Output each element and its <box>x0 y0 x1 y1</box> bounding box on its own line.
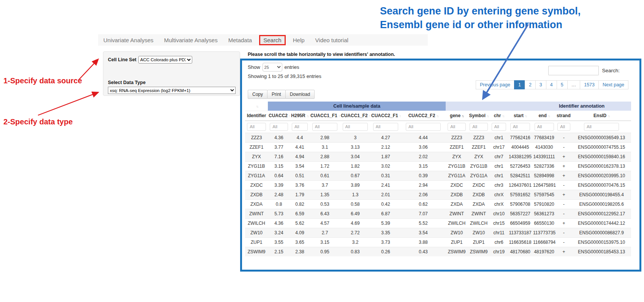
pagination-page-5[interactable]: 5 <box>557 80 568 89</box>
column-header-h295r[interactable]: H295R <box>290 111 310 121</box>
cell-line-set-label: Cell Line Set <box>108 57 136 62</box>
sort-icon[interactable] <box>608 114 609 118</box>
sort-icon[interactable] <box>525 114 527 118</box>
column-filter-input-gene[interactable] <box>448 123 466 131</box>
sort-icon[interactable] <box>436 114 438 118</box>
pagination-page-3[interactable]: 3 <box>535 80 546 89</box>
table-cell: 0.51 <box>290 171 310 180</box>
table-cell: 4.69 <box>340 218 370 228</box>
sort-icon[interactable] <box>487 114 489 118</box>
table-cell: 143391111 <box>532 152 556 161</box>
column-filter-input-h295r[interactable] <box>292 123 308 131</box>
column-header-gene[interactable]: gene <box>446 111 468 121</box>
sort-icon[interactable] <box>256 105 258 108</box>
table-row: ZXDC3.393.763.73.892.412.94ZXDCZXDCchr31… <box>245 180 631 190</box>
table-cell: 0.83 <box>340 247 370 256</box>
column-header-cuacc1-f2[interactable]: CUACC1_F2 <box>340 111 370 121</box>
table-cell: ZXDA <box>245 199 268 209</box>
nav-item-univariate-analyses[interactable]: Univariate Analyses <box>98 37 159 43</box>
length-menu-show-label: Show <box>248 64 260 70</box>
pagination-previous[interactable]: Previous page <box>476 80 514 89</box>
cell-line-set-select[interactable]: ACC Colorado plus PDX <box>138 56 192 64</box>
nav-item-video-tutorial[interactable]: Video tutorial <box>310 37 354 43</box>
table-cell: 113773735 <box>532 228 556 237</box>
table-cell: 3.06 <box>401 142 446 152</box>
column-header-chr[interactable]: chr <box>490 111 508 121</box>
column-filter-input-end[interactable] <box>535 123 554 131</box>
sort-icon[interactable] <box>339 114 340 118</box>
table-cell: ENSG00000086827.9 <box>572 228 631 237</box>
table-cell: - <box>556 228 572 237</box>
column-filter-input-cuacc2[interactable] <box>270 123 288 131</box>
pagination-page-1573[interactable]: 1573 <box>580 80 599 89</box>
table-cell: + <box>556 190 572 199</box>
sort-icon[interactable] <box>369 114 370 118</box>
column-header-cuacc2[interactable]: CUACC2 <box>268 111 290 121</box>
nav-item-multivariate-analyses[interactable]: Multivariate Analyses <box>159 37 223 43</box>
pagination-page-1[interactable]: 1 <box>514 80 525 89</box>
note-search-line1: Search gene ID by entering gene symbol, <box>380 5 581 18</box>
column-header-ensid[interactable]: EnsID <box>572 111 631 121</box>
nav-item-help[interactable]: Help <box>288 37 310 43</box>
column-filter-input-cuacc1-f2[interactable] <box>343 123 368 131</box>
download-button[interactable]: Download <box>285 90 315 99</box>
table-cell: ZZZ3 <box>468 133 490 142</box>
column-filter-input-identifier[interactable] <box>247 123 266 131</box>
table-cell: 3.76 <box>290 180 310 190</box>
copy-button[interactable]: Copy <box>248 90 267 99</box>
sort-icon[interactable] <box>548 114 550 118</box>
column-filter-input-symbol[interactable] <box>470 123 488 131</box>
column-filter-input-strand[interactable] <box>557 123 570 131</box>
table-row: ZYG11B3.153.541.721.823.023.15ZYG11BZYG1… <box>245 161 631 171</box>
arrow-to-data-type <box>38 92 98 115</box>
data-type-select[interactable]: xsq: RNA-seq Expression (log2 FPKM+1) <box>108 87 236 94</box>
pagination-page-2[interactable]: 2 <box>525 80 536 89</box>
pagination-page-4[interactable]: 4 <box>546 80 557 89</box>
table-cell: 0.8 <box>268 199 290 209</box>
column-filter-input-chr[interactable] <box>492 123 506 131</box>
identifier-group-cell[interactable] <box>245 102 268 111</box>
column-filter-input-cuacc1-f1[interactable] <box>312 123 338 131</box>
filter-cell-cuacc2-f1 <box>370 121 401 133</box>
table-cell: 4004445 <box>508 142 532 152</box>
nav-item-metadata[interactable]: Metadata <box>223 37 258 43</box>
table-search-input[interactable] <box>548 66 599 75</box>
column-header-cuacc1-f1[interactable]: CUACC1_F1 <box>310 111 340 121</box>
table-cell: 4.94 <box>290 152 310 161</box>
note-search-gene-id: Search gene ID by entering gene symbol, … <box>380 5 581 32</box>
pagination-next[interactable]: Next page <box>598 80 628 89</box>
length-menu: Show 25 entries <box>248 63 299 72</box>
column-header-strand[interactable]: strand <box>556 111 572 121</box>
table-cell: 0.64 <box>268 171 290 180</box>
sort-icon[interactable] <box>462 114 464 118</box>
table-cell: 3.88 <box>401 237 446 247</box>
column-filter-input-ensid[interactable] <box>584 123 619 131</box>
table-cell: chr1 <box>490 171 508 180</box>
column-header-end[interactable]: end <box>532 111 556 121</box>
table-cell: 4.41 <box>290 142 310 152</box>
table-cell: ZUP1 <box>446 237 468 247</box>
column-header-symbol[interactable]: Symbol <box>468 111 490 121</box>
nav-item-search[interactable]: Search <box>259 35 286 45</box>
table-cell: ZXDB <box>446 190 468 199</box>
sort-icon[interactable] <box>289 114 290 118</box>
table-row: ZXDB2.481.791.351.32.012.06ZXDBZXDBchrX5… <box>245 190 631 199</box>
column-header-identifier[interactable]: Identifier <box>245 111 268 121</box>
table-cell: ZSWIM9 <box>446 247 468 256</box>
sort-icon[interactable] <box>307 114 309 118</box>
column-filter-input-cuacc2-f1[interactable] <box>373 123 399 131</box>
table-cell: 4.57 <box>310 218 340 228</box>
column-header-cuacc2-f1[interactable]: CUACC2_F1 <box>370 111 401 121</box>
sort-icon[interactable] <box>502 114 504 118</box>
table-row: ZYX7.164.942.883.041.872.02ZYXZYXchr7143… <box>245 152 631 161</box>
group-header-cell-line-sample-data: Cell line/sample data <box>268 102 446 111</box>
table-cell: - <box>556 133 572 142</box>
column-header-start[interactable]: start <box>508 111 532 121</box>
print-button[interactable]: Print <box>267 90 286 99</box>
column-header-cuacc2-f2[interactable]: CUACC2_F2 <box>401 111 446 121</box>
sort-icon[interactable] <box>399 114 401 118</box>
column-filter-input-cuacc2-f2[interactable] <box>406 123 441 131</box>
page-length-select[interactable]: 25 <box>263 63 282 72</box>
table-cell: ENSG00000203995.10 <box>572 171 631 180</box>
column-filter-input-start[interactable] <box>510 123 530 131</box>
